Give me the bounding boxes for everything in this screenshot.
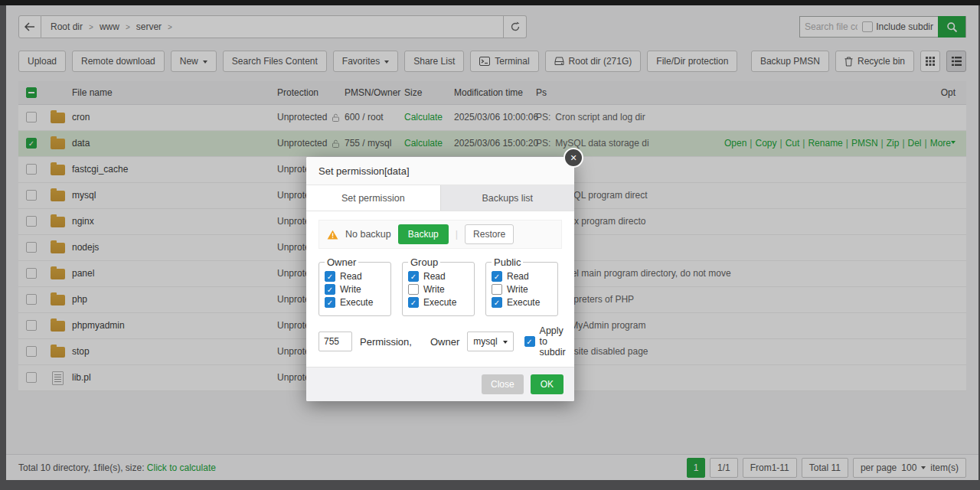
checkbox-label: Write (423, 284, 445, 295)
owner-select-value: mysql (473, 336, 497, 347)
owner-label: Owner (430, 336, 459, 348)
tab-set-permission[interactable]: Set permission (306, 185, 440, 211)
checkbox-icon[interactable] (408, 284, 419, 295)
close-icon[interactable]: ✕ (564, 148, 583, 168)
permission-label: Permission, (360, 336, 412, 348)
perm-group-write[interactable]: Write (408, 284, 469, 295)
perm-public-read[interactable]: Read (492, 271, 552, 282)
permission-value-row: Permission, Owner mysql Apply to subdir (318, 325, 562, 358)
group-legend: Public (492, 256, 523, 268)
group-legend: Group (408, 256, 440, 268)
perm-public-execute[interactable]: Execute (492, 297, 552, 308)
group-legend: Owner (325, 256, 358, 268)
ok-button[interactable]: OK (531, 374, 564, 394)
checkbox-label: Execute (423, 297, 456, 308)
checkbox-icon[interactable] (408, 271, 419, 282)
dialog-title: Set permission[data] (306, 157, 574, 185)
window-frame: Root dir > www > server > Include subdir… (0, 0, 980, 490)
checkbox-icon[interactable] (325, 271, 335, 282)
checkbox-icon[interactable] (325, 284, 335, 295)
chevron-down-icon (503, 341, 508, 346)
checkbox-icon[interactable] (325, 297, 335, 308)
apply-to-subdir-checkbox[interactable]: Apply to subdir (524, 325, 566, 358)
perm-owner-read[interactable]: Read (325, 271, 385, 282)
checkbox-label: Apply to subdir (540, 325, 566, 358)
checkbox-label: Write (507, 284, 528, 295)
restore-button[interactable]: Restore (465, 224, 514, 244)
checkbox-label: Execute (507, 297, 540, 308)
set-permission-dialog: ✕ Set permission[data] Set permission Ba… (306, 157, 574, 401)
checkbox-icon[interactable] (492, 271, 502, 282)
tab-backups-list[interactable]: Backups list (440, 185, 575, 211)
checkbox-icon[interactable] (524, 336, 535, 347)
no-backup-text: No backup (345, 229, 391, 240)
perm-public-write[interactable]: Write (492, 284, 552, 295)
checkbox-label: Execute (340, 297, 373, 308)
perm-owner-execute[interactable]: Execute (325, 297, 385, 308)
dialog-footer: Close OK (306, 367, 574, 401)
dialog-tabs: Set permission Backups list (306, 185, 574, 211)
checkbox-icon[interactable] (492, 297, 502, 308)
permission-value-input[interactable] (318, 332, 352, 351)
permission-groups: Owner Read Write Execute Group Read Writ… (318, 256, 562, 316)
checkbox-label: Read (423, 271, 446, 282)
permission-group-public: Public Read Write Execute (485, 256, 558, 316)
warning-icon (327, 230, 338, 240)
owner-select[interactable]: mysql (467, 332, 513, 351)
file-manager-app: Root dir > www > server > Include subdir… (6, 5, 978, 480)
permission-group-group: Group Read Write Execute (402, 256, 475, 316)
backup-warning-bar: No backup Backup | Restore (318, 220, 562, 249)
backup-button[interactable]: Backup (398, 224, 449, 244)
checkbox-icon[interactable] (492, 284, 502, 295)
checkbox-label: Write (340, 284, 361, 295)
checkbox-label: Read (340, 271, 362, 282)
checkbox-label: Read (507, 271, 529, 282)
perm-group-execute[interactable]: Execute (408, 297, 469, 308)
perm-group-read[interactable]: Read (408, 271, 469, 282)
permission-group-owner: Owner Read Write Execute (318, 256, 391, 316)
close-button[interactable]: Close (482, 374, 524, 394)
divider: | (456, 229, 458, 240)
checkbox-icon[interactable] (408, 297, 419, 308)
perm-owner-write[interactable]: Write (325, 284, 385, 295)
